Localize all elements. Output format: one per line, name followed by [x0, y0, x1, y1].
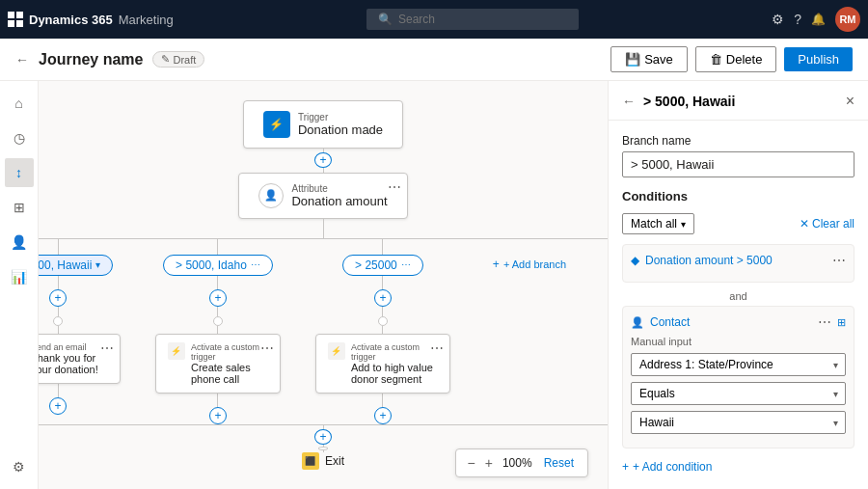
trigger-name: Donation made — [298, 122, 383, 137]
b1-top-line — [58, 239, 59, 255]
sidebar-item-settings[interactable]: ⚙ — [5, 452, 34, 481]
zoom-in-btn[interactable]: + — [481, 453, 497, 473]
branch-hawaii-chevron: ▾ — [95, 259, 100, 270]
journey-canvas: ⚡ Trigger Donation made + 👤 Attribute Do… — [39, 81, 608, 489]
delete-icon: 🗑 — [710, 52, 722, 67]
address-select-wrapper: Address 1: State/Province ▾ — [631, 353, 846, 376]
attribute-info: Attribute Donation amount — [291, 183, 387, 208]
match-all-dropdown[interactable]: Match all ▾ — [622, 213, 694, 234]
attribute-node[interactable]: 👤 Attribute Donation amount ⋯ — [238, 173, 407, 219]
settings-icon[interactable]: ⚙ — [772, 12, 784, 27]
b3-add-bottom[interactable]: + — [374, 407, 392, 424]
help-icon[interactable]: ? — [794, 12, 801, 27]
left-sidebar: ⌂ ◷ ↕ ⊞ 👤 📊 ⚙ — [0, 81, 39, 489]
b1-add-bottom[interactable]: + — [49, 397, 67, 415]
avatar[interactable]: RM — [835, 7, 860, 32]
search-icon: 🔍 — [378, 13, 393, 26]
bell-icon[interactable]: 🔔 — [811, 13, 826, 26]
delete-button[interactable]: 🗑 Delete — [695, 46, 777, 72]
action-icon-b2: ⚡ — [168, 342, 185, 360]
match-chevron: ▾ — [681, 219, 686, 230]
contact-expand-btn[interactable]: ⊞ — [837, 316, 846, 329]
sidebar-item-recent[interactable]: ◷ — [5, 123, 34, 152]
b2-add-bottom[interactable]: + — [209, 407, 227, 424]
branch-25000-header[interactable]: > 25000 ⋯ — [342, 255, 423, 276]
branch-hawaii-header[interactable]: > 5000, Hawaii ▾ — [39, 255, 113, 276]
condition-1-header: ◆ Donation amount > 5000 ⋯ — [631, 253, 846, 268]
exit-label: Exit — [325, 454, 344, 468]
action-type-b2: Activate a custom trigger — [191, 342, 268, 362]
search-box[interactable]: 🔍 — [366, 9, 579, 30]
address-select[interactable]: Address 1: State/Province — [631, 353, 846, 376]
conditions-bar: Match all ▾ ✕ Clear all — [622, 213, 854, 234]
panel-close-btn[interactable]: × — [846, 93, 854, 110]
condition-row-contact: 👤 Contact ⋯ ⊞ Manual input Address 1: St… — [622, 306, 854, 448]
trigger-info: Trigger Donation made — [298, 112, 383, 137]
action-name-b3: Add to high value donor segment — [351, 362, 438, 385]
add-branch-btn[interactable]: + + Add branch — [485, 255, 574, 274]
publish-button[interactable]: Publish — [784, 47, 853, 71]
contact-icon: 👤 — [631, 316, 644, 329]
nav-icons: ⚙ ? 🔔 RM — [772, 7, 860, 32]
b1-add-btn[interactable]: + — [49, 289, 67, 307]
app-name: Dynamics 365 — [29, 13, 113, 27]
journey-title: Journey name — [39, 51, 143, 68]
pre-exit-add-btn[interactable]: + — [314, 429, 332, 445]
b2-more-btn[interactable]: ⋯ — [260, 340, 274, 356]
add-condition-btn[interactable]: + + Add condition — [622, 456, 712, 477]
equals-select-wrapper: Equals ▾ — [631, 382, 846, 405]
waffle-icon[interactable] — [8, 12, 23, 27]
attribute-more-btn[interactable]: ⋯ — [388, 179, 401, 195]
clear-icon: ✕ — [800, 217, 809, 231]
sidebar-item-journey[interactable]: ↕ — [5, 158, 34, 187]
branch-25000: > 25000 ⋯ + ⚡ Activate a custo — [315, 239, 450, 424]
right-panel: ← > 5000, Hawaii × Branch name Condition… — [608, 81, 868, 489]
sidebar-item-segments[interactable]: ⊞ — [5, 193, 34, 222]
branch-name-label: Branch name — [622, 134, 854, 148]
branch-name-input[interactable] — [622, 151, 854, 177]
condition-row-1: ◆ Donation amount > 5000 ⋯ — [622, 244, 854, 283]
branch-columns: > 5000, Hawaii ▾ + ✉ Send an e — [39, 239, 608, 424]
equals-select[interactable]: Equals — [631, 382, 846, 405]
sidebar-item-home[interactable]: ⌂ — [5, 89, 34, 118]
attribute-name: Donation amount — [291, 194, 387, 208]
main-layout: ⌂ ◷ ↕ ⊞ 👤 📊 ⚙ ⚡ Trigger Donation made + — [0, 81, 868, 489]
action-node-b3[interactable]: ⚡ Activate a custom trigger Add to high … — [315, 334, 450, 394]
exit-icon: ⬛ — [302, 452, 319, 470]
action-node-b2[interactable]: ⚡ Activate a custom trigger Create sales… — [155, 334, 281, 394]
hawaii-select[interactable]: Hawaii — [631, 411, 846, 434]
b3-top-line — [382, 239, 383, 255]
panel-back-btn[interactable]: ← — [622, 94, 636, 109]
attr-to-branch-line — [323, 219, 324, 238]
sidebar-item-analytics[interactable]: 📊 — [5, 262, 34, 291]
trigger-node[interactable]: ⚡ Trigger Donation made — [243, 100, 403, 149]
b3-more-btn[interactable]: ⋯ — [430, 340, 444, 356]
zoom-level: 100% — [499, 456, 536, 470]
save-button[interactable]: 💾 Save — [610, 46, 688, 72]
b2-add-btn[interactable]: + — [209, 289, 227, 307]
condition-1-more-btn[interactable]: ⋯ — [832, 253, 846, 268]
action-icon-b3: ⚡ — [328, 342, 345, 360]
reset-btn[interactable]: Reset — [538, 454, 580, 472]
add-node-btn-1[interactable]: + — [314, 152, 332, 168]
manual-input-label: Manual input — [631, 336, 846, 347]
canvas-area[interactable]: ⚡ Trigger Donation made + 👤 Attribute Do… — [39, 81, 608, 489]
trigger-icon: ⚡ — [263, 111, 290, 138]
action-node-b1[interactable]: ✉ Send an email Thank you for your donat… — [39, 334, 121, 384]
zoom-out-btn[interactable]: − — [464, 453, 479, 473]
b1-more-btn[interactable]: ⋯ — [100, 340, 114, 356]
action-name-b2: Create sales phone call — [191, 362, 268, 385]
back-button[interactable]: ← — [15, 52, 29, 68]
conditions-title: Conditions — [622, 189, 854, 204]
branch-idaho-chevron: ⋯ — [251, 259, 260, 270]
hawaii-select-wrapper: Hawaii ▾ — [631, 411, 846, 434]
b3-add-btn[interactable]: + — [374, 289, 392, 307]
action-type-b3: Activate a custom trigger — [351, 342, 438, 362]
contact-name: Contact — [650, 315, 812, 329]
branch-idaho-header[interactable]: > 5000, Idaho ⋯ — [163, 255, 273, 276]
sidebar-item-contacts[interactable]: 👤 — [5, 228, 34, 257]
search-input[interactable] — [398, 13, 553, 26]
panel-header: ← > 5000, Hawaii × — [609, 81, 868, 121]
contact-more-btn[interactable]: ⋯ — [818, 314, 831, 330]
clear-all-btn[interactable]: ✕ Clear all — [800, 217, 854, 231]
